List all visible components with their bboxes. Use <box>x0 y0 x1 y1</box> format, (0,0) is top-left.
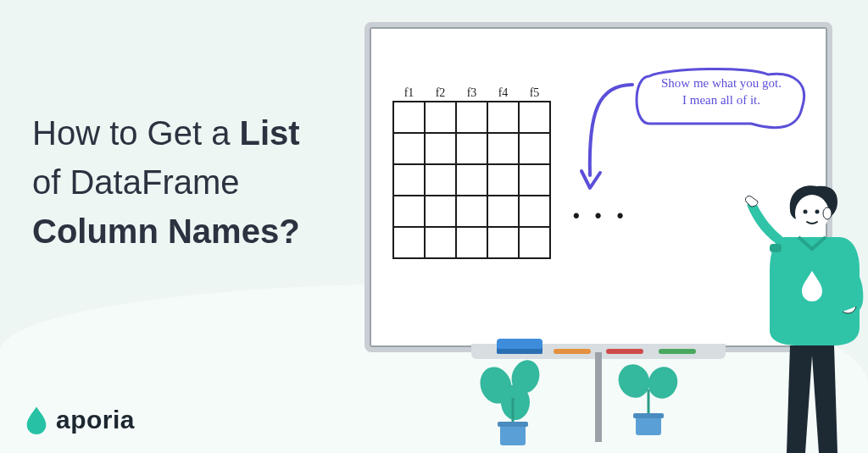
plant-icon <box>475 356 551 449</box>
marker-icon <box>659 349 696 354</box>
aporia-droplet-icon <box>24 406 49 434</box>
svg-rect-4 <box>498 422 528 427</box>
svg-rect-13 <box>770 244 782 252</box>
svg-point-2 <box>501 384 530 420</box>
whiteboard-stand <box>595 352 602 442</box>
marker-icon <box>554 349 591 354</box>
person-illustration <box>739 178 868 453</box>
brand-logo: aporia <box>24 406 135 434</box>
svg-rect-8 <box>633 413 664 418</box>
svg-point-11 <box>815 210 820 214</box>
title-part2: of DataFrame <box>32 163 240 201</box>
title-bold1: List <box>240 114 300 152</box>
col-label: f2 <box>425 86 456 100</box>
brand-name: aporia <box>56 406 135 434</box>
speech-line-1: Show me what you got. <box>661 76 782 90</box>
dataframe-grid <box>393 102 550 258</box>
page-title: How to Get a List of DataFrame Column Na… <box>32 108 354 256</box>
title-bold2: Column Names? <box>32 213 300 250</box>
svg-point-12 <box>823 207 832 219</box>
plant-icon <box>610 356 687 440</box>
col-label: f3 <box>456 86 487 100</box>
dataframe-sketch: f1 f2 f3 f4 f5 <box>393 86 550 258</box>
marker-icon <box>606 349 643 354</box>
col-label: f4 <box>487 86 519 100</box>
ellipsis-icon: • • • <box>573 205 628 227</box>
col-label: f1 <box>393 86 425 100</box>
eraser-icon <box>497 339 542 354</box>
col-label: f5 <box>519 86 550 100</box>
svg-point-10 <box>804 210 808 214</box>
arrow-icon <box>573 78 641 205</box>
title-part1: How to Get a <box>32 114 240 152</box>
speech-bubble-text: Show me what you got. I mean all of it. <box>641 75 802 109</box>
column-headers: f1 f2 f3 f4 f5 <box>393 86 550 100</box>
speech-line-2: I mean all of it. <box>682 93 760 107</box>
